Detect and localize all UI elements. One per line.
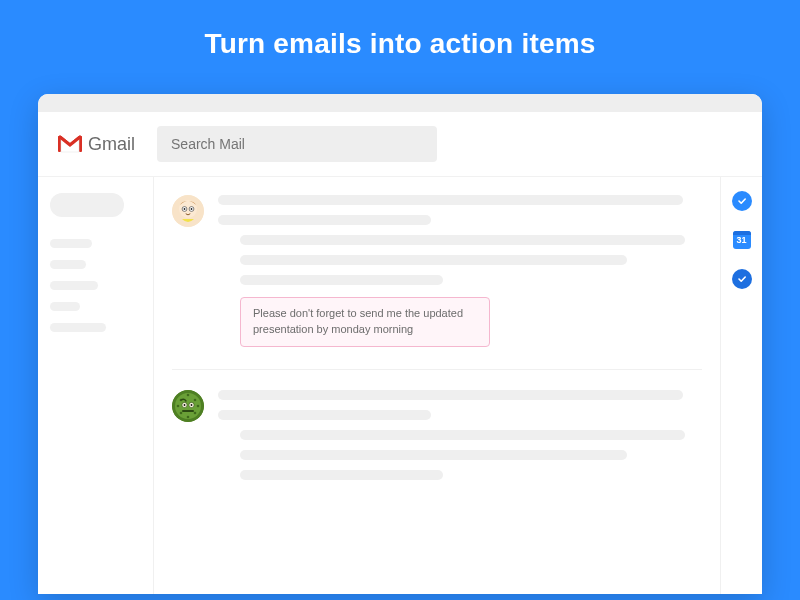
- text-placeholder: [240, 470, 443, 480]
- email-message: [172, 390, 702, 512]
- sidebar: [38, 177, 154, 594]
- calendar-day-label: 31: [736, 235, 746, 245]
- svg-point-12: [177, 405, 180, 408]
- app-body: Please don't forget to send me the updat…: [38, 177, 762, 594]
- compose-button[interactable]: [50, 193, 124, 217]
- svg-point-17: [187, 394, 190, 397]
- svg-point-13: [197, 405, 200, 408]
- search-input[interactable]: [157, 126, 437, 162]
- app-window: Gmail: [38, 94, 762, 594]
- gmail-logo: Gmail: [58, 134, 135, 155]
- text-placeholder: [240, 450, 627, 460]
- sidebar-item[interactable]: [50, 239, 92, 248]
- text-placeholder: [218, 195, 683, 205]
- text-placeholder: [218, 410, 431, 420]
- svg-point-6: [184, 208, 186, 210]
- tasks-icon[interactable]: [732, 269, 752, 289]
- avatar: [172, 390, 204, 422]
- app-header: Gmail: [38, 112, 762, 177]
- text-placeholder: [218, 390, 683, 400]
- side-rail: 31: [720, 177, 762, 594]
- gmail-wordmark: Gmail: [88, 134, 135, 155]
- thread-view: Please don't forget to send me the updat…: [154, 177, 720, 594]
- svg-point-21: [191, 404, 193, 406]
- message-body: Please don't forget to send me the updat…: [218, 195, 702, 347]
- email-message: Please don't forget to send me the updat…: [172, 195, 702, 370]
- window-titlebar: [38, 94, 762, 112]
- svg-point-14: [180, 412, 183, 415]
- hero-title: Turn emails into action items: [204, 28, 595, 60]
- sidebar-item[interactable]: [50, 281, 98, 290]
- gmail-icon: [58, 135, 82, 153]
- svg-point-7: [191, 208, 193, 210]
- sidebar-item[interactable]: [50, 260, 86, 269]
- message-body: [218, 390, 702, 490]
- action-item-highlight[interactable]: Please don't forget to send me the updat…: [240, 297, 490, 347]
- svg-point-15: [194, 412, 197, 415]
- svg-point-20: [184, 404, 186, 406]
- text-placeholder: [240, 235, 685, 245]
- sidebar-item[interactable]: [50, 323, 106, 332]
- avatar: [172, 195, 204, 227]
- check-icon[interactable]: [732, 191, 752, 211]
- text-placeholder: [240, 430, 685, 440]
- text-placeholder: [218, 215, 431, 225]
- calendar-icon[interactable]: 31: [733, 231, 751, 249]
- svg-point-11: [194, 399, 197, 402]
- sidebar-item[interactable]: [50, 302, 80, 311]
- svg-point-16: [187, 416, 190, 419]
- text-placeholder: [240, 255, 627, 265]
- text-placeholder: [240, 275, 443, 285]
